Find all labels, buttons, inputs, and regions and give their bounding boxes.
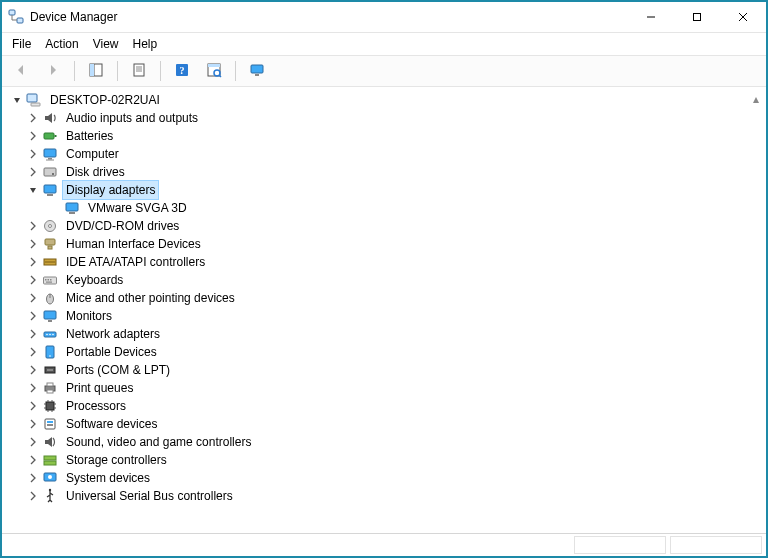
tree-category-5[interactable]: DVD/CD-ROM drives: [8, 217, 764, 235]
tree-category-12[interactable]: Portable Devices: [8, 343, 764, 361]
tree-node-label: Disk drives: [62, 162, 129, 182]
chevron-right-icon[interactable]: [26, 363, 40, 377]
chevron-right-icon[interactable]: [26, 453, 40, 467]
chevron-right-icon[interactable]: [26, 219, 40, 233]
chevron-right-icon[interactable]: [26, 435, 40, 449]
tree-category-4[interactable]: Display adapters: [8, 181, 764, 199]
tree-category-17[interactable]: Sound, video and game controllers: [8, 433, 764, 451]
system-icon: [42, 470, 58, 486]
toolbar-separator: [117, 61, 118, 81]
portable-icon: [42, 344, 58, 360]
chevron-right-icon[interactable]: [26, 327, 40, 341]
status-cell-1: [574, 536, 666, 554]
tree-node-label: Portable Devices: [62, 342, 161, 362]
arrow-right-icon: [45, 62, 61, 81]
tree-category-20[interactable]: Universal Serial Bus controllers: [8, 487, 764, 505]
close-button[interactable]: [720, 2, 766, 32]
menubar: File Action View Help: [2, 33, 766, 56]
tree-category-9[interactable]: Mice and other pointing devices: [8, 289, 764, 307]
tree-category-13[interactable]: Ports (COM & LPT): [8, 361, 764, 379]
menu-action[interactable]: Action: [45, 37, 78, 51]
tree-node-label: Storage controllers: [62, 450, 171, 470]
tree-category-14[interactable]: Print queues: [8, 379, 764, 397]
computer-icon: [26, 92, 42, 108]
chevron-right-icon[interactable]: [26, 129, 40, 143]
software-icon: [42, 416, 58, 432]
tree-category-0[interactable]: Audio inputs and outputs: [8, 109, 764, 127]
tree-node-label: Batteries: [62, 126, 117, 146]
tree-root[interactable]: DESKTOP-02R2UAI: [8, 91, 764, 109]
vertical-scrollbar[interactable]: ▴: [748, 91, 764, 533]
chevron-down-icon[interactable]: [26, 183, 40, 197]
tree-node-label: Mice and other pointing devices: [62, 288, 239, 308]
minimize-button[interactable]: [628, 2, 674, 32]
toolbar-separator: [74, 61, 75, 81]
monitor-toolbar-button[interactable]: [244, 59, 270, 83]
scan-hardware-button[interactable]: [201, 59, 227, 83]
monitor-icon: [42, 308, 58, 324]
menu-help[interactable]: Help: [133, 37, 158, 51]
tree-node-label: Display adapters: [62, 180, 159, 200]
tree-category-8[interactable]: Keyboards: [8, 271, 764, 289]
ide-icon: [42, 254, 58, 270]
tree-category-2[interactable]: Computer: [8, 145, 764, 163]
tree-pane-icon: [88, 62, 104, 81]
sound-icon: [42, 434, 58, 450]
display-icon: [64, 200, 80, 216]
tree-node-label: Audio inputs and outputs: [62, 108, 202, 128]
tree-category-18[interactable]: Storage controllers: [8, 451, 764, 469]
tree-node-label: Sound, video and game controllers: [62, 432, 255, 452]
chevron-right-icon[interactable]: [26, 309, 40, 323]
tree-category-6[interactable]: Human Interface Devices: [8, 235, 764, 253]
tree-category-3[interactable]: Disk drives: [8, 163, 764, 181]
show-hide-tree-button[interactable]: [83, 59, 109, 83]
device-tree[interactable]: DESKTOP-02R2UAIAudio inputs and outputsB…: [8, 91, 764, 505]
chevron-right-icon[interactable]: [26, 345, 40, 359]
tree-category-11[interactable]: Network adapters: [8, 325, 764, 343]
titlebar: Device Manager: [2, 2, 766, 33]
tree-category-7[interactable]: IDE ATA/ATAPI controllers: [8, 253, 764, 271]
hid-icon: [42, 236, 58, 252]
monitor-toolbtn-icon: [249, 62, 265, 81]
usb-icon: [42, 488, 58, 504]
menu-view[interactable]: View: [93, 37, 119, 51]
tree-category-16[interactable]: Software devices: [8, 415, 764, 433]
chevron-right-icon[interactable]: [26, 111, 40, 125]
chevron-right-icon[interactable]: [26, 399, 40, 413]
chevron-down-icon[interactable]: [10, 93, 24, 107]
mouse-icon: [42, 290, 58, 306]
tree-node-label: Software devices: [62, 414, 161, 434]
maximize-button[interactable]: [674, 2, 720, 32]
chevron-right-icon[interactable]: [26, 381, 40, 395]
tree-device-4-0[interactable]: VMware SVGA 3D: [8, 199, 764, 217]
help-button[interactable]: [169, 59, 195, 83]
properties-icon: [131, 62, 147, 81]
svg-rect-74: [694, 14, 701, 21]
chevron-right-icon[interactable]: [26, 417, 40, 431]
tree-node-label: Universal Serial Bus controllers: [62, 486, 237, 506]
arrow-left-icon: [13, 62, 29, 81]
scroll-up-icon[interactable]: ▴: [748, 91, 764, 107]
chevron-right-icon[interactable]: [26, 237, 40, 251]
chevron-right-icon[interactable]: [26, 255, 40, 269]
chevron-right-icon[interactable]: [26, 165, 40, 179]
audio-icon: [42, 110, 58, 126]
chevron-right-icon[interactable]: [26, 471, 40, 485]
window-controls: [628, 2, 766, 32]
properties-button[interactable]: [126, 59, 152, 83]
tree-category-10[interactable]: Monitors: [8, 307, 764, 325]
chevron-right-icon[interactable]: [26, 489, 40, 503]
tree-category-1[interactable]: Batteries: [8, 127, 764, 145]
tree-node-label: Print queues: [62, 378, 137, 398]
tree-category-15[interactable]: Processors: [8, 397, 764, 415]
tree-node-label: Human Interface Devices: [62, 234, 205, 254]
back-button: [8, 59, 34, 83]
minimize-icon: [646, 12, 656, 22]
chevron-right-icon[interactable]: [26, 273, 40, 287]
chevron-right-icon[interactable]: [26, 291, 40, 305]
menu-file[interactable]: File: [12, 37, 31, 51]
tree-node-label: Monitors: [62, 306, 116, 326]
desktop-icon: [42, 146, 58, 162]
tree-category-19[interactable]: System devices: [8, 469, 764, 487]
chevron-right-icon[interactable]: [26, 147, 40, 161]
